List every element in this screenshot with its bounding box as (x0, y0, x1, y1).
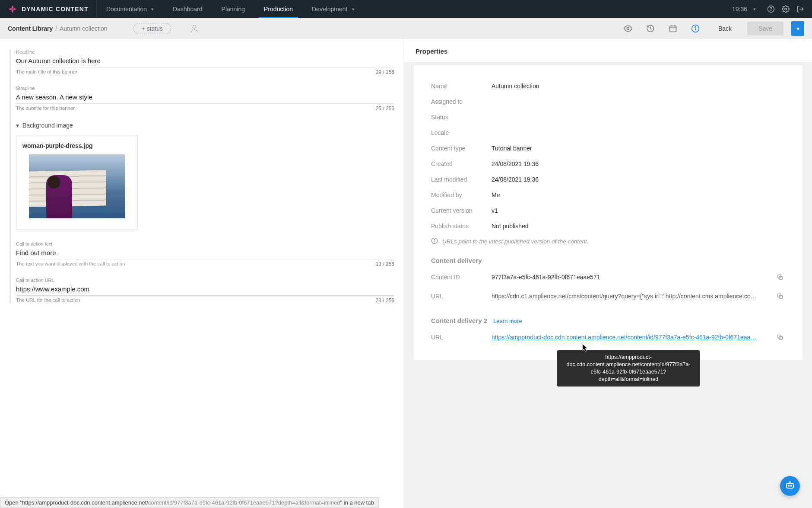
field-help: The subtitle for this banner (16, 105, 75, 112)
svg-rect-26 (787, 483, 793, 488)
chevron-down-icon: ▾ (151, 6, 154, 12)
nav-right: 19:36 ▾ (724, 6, 764, 13)
chevron-down-icon[interactable]: ▾ (753, 6, 756, 12)
nav-planning-label: Planning (222, 6, 245, 13)
cta-text-input[interactable]: Find out more (16, 246, 394, 259)
image-filename: woman-purple-dress.jpg (21, 142, 133, 149)
nav-production-label: Production (264, 6, 293, 13)
save-dropdown[interactable]: ▾ (791, 21, 804, 36)
back-button[interactable]: Back (710, 22, 739, 35)
image-card[interactable]: woman-purple-dress.jpg (16, 135, 138, 230)
char-count: 25 / 256 (376, 105, 394, 112)
nav-primary: Documentation ▾ Dashboard Planning Produ… (97, 0, 364, 18)
field-label: Strapline (16, 86, 394, 91)
section-content-delivery-2: Content delivery 2 Learn more (431, 317, 785, 324)
prop-locale: Locale (431, 125, 785, 141)
prop-name: NameAutumn collection (431, 78, 785, 94)
svg-point-28 (791, 485, 792, 486)
prop-last-modified: Last modified24/08/2021 19:36 (431, 172, 785, 187)
copy-icon[interactable] (775, 332, 785, 342)
preview-icon[interactable] (621, 21, 635, 36)
nav-planning[interactable]: Planning (212, 0, 255, 18)
properties-card: NameAutumn collection Assigned to Status… (414, 65, 802, 360)
statusbar-prefix: Open "https://ampproduct-doc.cdn.content… (5, 499, 148, 506)
info-icon[interactable] (688, 21, 703, 36)
brand-block: DYNAMIC CONTENT (0, 0, 97, 18)
statusbar-suffix: " in a new tab (340, 499, 374, 506)
brand-logo-icon (8, 4, 17, 14)
cd1-url: URL https://cdn.c1.amplience.net/cms/con… (431, 287, 785, 306)
field-headline: Headline Our Autumn collection is here T… (16, 49, 394, 75)
prop-publish-status: Publish statusNot published (431, 218, 785, 234)
history-icon[interactable] (643, 21, 658, 36)
prop-modified-by: Modified byMe (431, 187, 785, 203)
assign-user-icon[interactable] (188, 22, 200, 35)
cd1-content-id: Content ID 977f3a7a-e5fc-461a-92fb-0f671… (431, 268, 785, 287)
field-label: Headline (16, 49, 394, 54)
note-text: URLs point to the latest published versi… (442, 238, 588, 245)
brand-name: DYNAMIC CONTENT (22, 6, 89, 13)
svg-rect-10 (669, 26, 676, 32)
breadcrumb-sep: / (55, 25, 57, 32)
headline-input[interactable]: Our Autumn collection is here (16, 54, 394, 67)
help-icon[interactable] (764, 2, 778, 16)
browser-statusbar: Open "https://ampproduct-doc.cdn.content… (0, 497, 379, 508)
chat-fab[interactable] (780, 476, 800, 496)
nav-production[interactable]: Production (254, 0, 302, 18)
char-count: 13 / 256 (376, 261, 394, 267)
statusbar-mid: content/id/977f3a7a-e5fc-461a-92fb-0f671… (148, 499, 340, 506)
add-status-chip[interactable]: + status (133, 23, 171, 34)
nav-development[interactable]: Development ▾ (302, 0, 364, 18)
chevron-down-icon: ▾ (16, 122, 19, 129)
gear-icon[interactable] (778, 2, 793, 16)
field-label: Call to action URL (16, 278, 394, 283)
prop-status: Status (431, 109, 785, 125)
image-thumbnail (29, 154, 125, 218)
svg-point-19 (434, 239, 435, 240)
field-cta-text: Call to action text Find out more The te… (16, 241, 394, 267)
nav-development-label: Development (312, 6, 348, 13)
cd1-url-link[interactable]: https://cdn.c1.amplience.net/cms/content… (492, 293, 757, 300)
nav-documentation-label: Documentation (106, 6, 147, 13)
calendar-icon[interactable] (666, 21, 680, 36)
nav-dashboard[interactable]: Dashboard (163, 0, 212, 18)
strapline-input[interactable]: A new season. A new style (16, 91, 394, 104)
cd2-url: URL https://ampproduct-doc.cdn.content.a… (431, 328, 785, 347)
svg-point-30 (790, 482, 790, 482)
svg-point-16 (695, 26, 696, 27)
field-cta-url: Call to action URL https://www.example.c… (16, 278, 394, 304)
svg-point-8 (193, 25, 196, 28)
cd2-url-link[interactable]: https://ampproduct-doc.cdn.content.ampli… (492, 334, 756, 341)
properties-title: Properties (404, 39, 812, 62)
breadcrumb-root[interactable]: Content Library (8, 25, 53, 32)
info-icon (431, 237, 438, 246)
field-help: The URL for the call to action (16, 297, 80, 304)
sub-header: Content Library / Autumn collection + st… (0, 18, 812, 39)
field-help: The text you want displayed with the cal… (16, 261, 125, 267)
top-nav: DYNAMIC CONTENT Documentation ▾ Dashboar… (0, 0, 812, 18)
prop-created: Created24/08/2021 19:36 (431, 156, 785, 172)
main-split: Headline Our Autumn collection is here T… (0, 39, 812, 508)
copy-icon[interactable] (775, 272, 785, 282)
prop-assigned: Assigned to (431, 94, 785, 109)
prop-version: Current versionv1 (431, 203, 785, 218)
section-content-delivery: Content delivery (431, 257, 785, 264)
nav-dashboard-label: Dashboard (173, 6, 203, 13)
chevron-down-icon: ▾ (352, 6, 355, 12)
svg-point-5 (771, 10, 771, 11)
prop-content-type: Content typeTutorial banner (431, 141, 785, 156)
field-label: Call to action text (16, 241, 394, 246)
char-count: 29 / 256 (376, 69, 394, 75)
learn-more-link[interactable]: Learn more (493, 318, 522, 324)
copy-icon[interactable] (775, 291, 785, 301)
logout-icon[interactable] (793, 2, 808, 16)
save-button: Save (747, 22, 783, 35)
nav-documentation[interactable]: Documentation ▾ (97, 0, 163, 18)
char-count: 23 / 256 (376, 297, 394, 304)
bg-image-toggle[interactable]: ▾ Background image (16, 122, 394, 129)
cta-url-input[interactable]: https://www.example.com (16, 283, 394, 296)
url-tooltip: https://ampproduct-doc.cdn.content.ampli… (557, 350, 700, 387)
editor-pane: Headline Our Autumn collection is here T… (0, 39, 404, 508)
properties-pane: Properties NameAutumn collection Assigne… (404, 39, 812, 508)
section-title: Background image (22, 122, 73, 129)
